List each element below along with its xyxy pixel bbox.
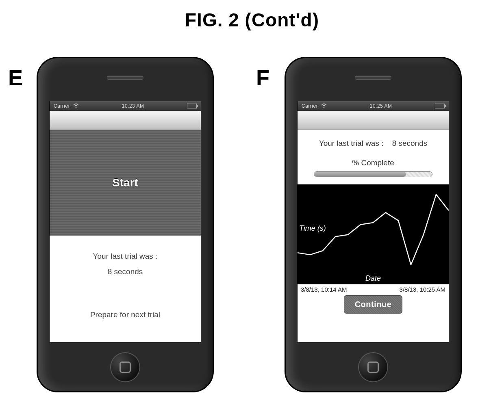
- home-button[interactable]: [110, 352, 140, 382]
- carrier-label: Carrier: [302, 103, 318, 109]
- last-trial-value: 8 seconds: [392, 139, 428, 147]
- progress-bar: [314, 171, 432, 177]
- trial-info: Your last trial was : 8 seconds Prepare …: [50, 236, 201, 342]
- battery-icon: [435, 104, 445, 108]
- screen-f: Carrier 10:25 AM: [297, 101, 449, 342]
- navbar: [298, 111, 449, 130]
- last-trial-label: Your last trial was :: [54, 252, 197, 261]
- statusbar: Carrier 10:23 AM: [50, 101, 201, 111]
- start-button[interactable]: Start: [112, 176, 138, 189]
- chart-date-range: 3/8/13, 10:14 AM 3/8/13, 10:25 AM: [301, 286, 445, 293]
- carrier-label: Carrier: [54, 103, 70, 109]
- chart-ylabel: Time (s): [299, 224, 326, 233]
- phone-mock-e: Carrier 10:23 AM Start: [37, 57, 214, 392]
- earpiece-icon: [355, 75, 391, 80]
- wifi-icon: [73, 103, 79, 109]
- chart-footer: 3/8/13, 10:14 AM 3/8/13, 10:25 AM Contin…: [298, 284, 449, 342]
- navbar: [50, 111, 201, 130]
- phone-mock-f: Carrier 10:25 AM: [285, 57, 462, 392]
- chart-xlabel: Date: [298, 274, 449, 283]
- history-chart: Time (s) Date: [298, 184, 449, 284]
- svg-point-1: [324, 106, 325, 108]
- continue-button[interactable]: Continue: [344, 295, 403, 314]
- progress-fill: [314, 172, 406, 177]
- wifi-icon: [321, 103, 327, 109]
- last-trial-label: Your last trial was :: [319, 139, 384, 147]
- screen-e: Carrier 10:23 AM Start: [49, 101, 201, 342]
- figure-title: FIG. 2 (Cont'd): [0, 9, 504, 31]
- status-time: 10:23 AM: [122, 103, 144, 109]
- chart-date-end: 3/8/13, 10:25 AM: [400, 286, 445, 293]
- status-time: 10:25 AM: [370, 103, 392, 109]
- chart-date-start: 3/8/13, 10:14 AM: [301, 286, 347, 293]
- start-area[interactable]: Start: [50, 130, 201, 236]
- svg-point-0: [76, 106, 77, 108]
- earpiece-icon: [107, 75, 143, 80]
- results-header: Your last trial was : 8 seconds % Comple…: [298, 130, 449, 184]
- percent-complete-label: % Complete: [303, 158, 443, 167]
- panel-label-e: E: [8, 65, 23, 90]
- prepare-label: Prepare for next trial: [54, 310, 197, 319]
- home-button[interactable]: [358, 352, 388, 382]
- last-trial-value: 8 seconds: [54, 267, 197, 276]
- panel-label-f: F: [256, 65, 269, 90]
- statusbar: Carrier 10:25 AM: [298, 101, 449, 111]
- battery-icon: [187, 104, 197, 108]
